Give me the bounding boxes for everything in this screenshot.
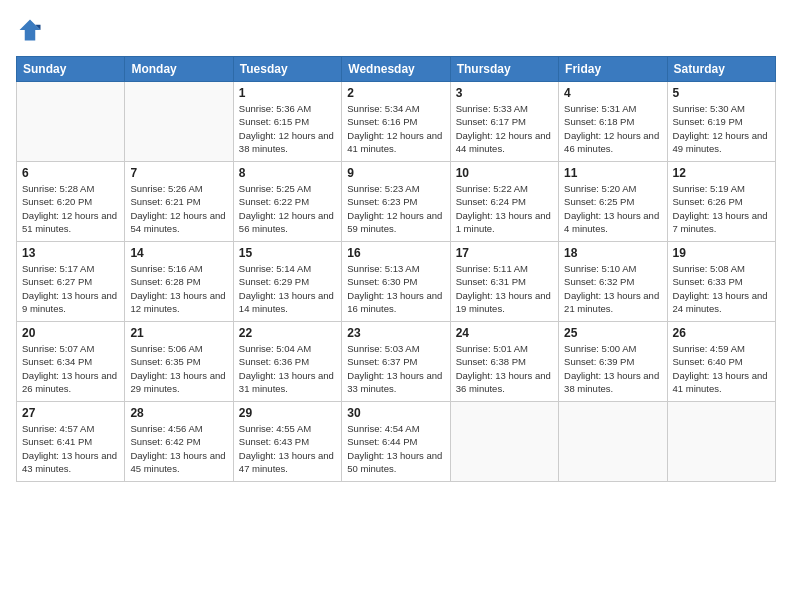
day-number: 25 xyxy=(564,326,661,340)
calendar-cell: 12Sunrise: 5:19 AM Sunset: 6:26 PM Dayli… xyxy=(667,162,775,242)
day-info: Sunrise: 5:30 AM Sunset: 6:19 PM Dayligh… xyxy=(673,102,770,155)
calendar-cell xyxy=(450,402,558,482)
calendar-cell: 30Sunrise: 4:54 AM Sunset: 6:44 PM Dayli… xyxy=(342,402,450,482)
page-header xyxy=(16,16,776,44)
day-info: Sunrise: 5:07 AM Sunset: 6:34 PM Dayligh… xyxy=(22,342,119,395)
day-number: 30 xyxy=(347,406,444,420)
day-info: Sunrise: 5:04 AM Sunset: 6:36 PM Dayligh… xyxy=(239,342,336,395)
day-info: Sunrise: 5:16 AM Sunset: 6:28 PM Dayligh… xyxy=(130,262,227,315)
day-info: Sunrise: 5:34 AM Sunset: 6:16 PM Dayligh… xyxy=(347,102,444,155)
day-number: 11 xyxy=(564,166,661,180)
weekday-header: Wednesday xyxy=(342,57,450,82)
day-number: 22 xyxy=(239,326,336,340)
day-number: 18 xyxy=(564,246,661,260)
logo-icon xyxy=(16,16,44,44)
weekday-header: Sunday xyxy=(17,57,125,82)
calendar-cell: 17Sunrise: 5:11 AM Sunset: 6:31 PM Dayli… xyxy=(450,242,558,322)
weekday-header: Saturday xyxy=(667,57,775,82)
calendar-cell xyxy=(17,82,125,162)
day-info: Sunrise: 5:19 AM Sunset: 6:26 PM Dayligh… xyxy=(673,182,770,235)
day-number: 29 xyxy=(239,406,336,420)
calendar-cell: 13Sunrise: 5:17 AM Sunset: 6:27 PM Dayli… xyxy=(17,242,125,322)
day-info: Sunrise: 4:54 AM Sunset: 6:44 PM Dayligh… xyxy=(347,422,444,475)
day-info: Sunrise: 5:17 AM Sunset: 6:27 PM Dayligh… xyxy=(22,262,119,315)
calendar-cell xyxy=(559,402,667,482)
day-number: 23 xyxy=(347,326,444,340)
day-info: Sunrise: 5:25 AM Sunset: 6:22 PM Dayligh… xyxy=(239,182,336,235)
calendar-cell xyxy=(667,402,775,482)
day-number: 1 xyxy=(239,86,336,100)
day-number: 7 xyxy=(130,166,227,180)
calendar-cell: 11Sunrise: 5:20 AM Sunset: 6:25 PM Dayli… xyxy=(559,162,667,242)
day-info: Sunrise: 5:10 AM Sunset: 6:32 PM Dayligh… xyxy=(564,262,661,315)
day-number: 26 xyxy=(673,326,770,340)
day-number: 17 xyxy=(456,246,553,260)
calendar-cell: 27Sunrise: 4:57 AM Sunset: 6:41 PM Dayli… xyxy=(17,402,125,482)
calendar-cell: 1Sunrise: 5:36 AM Sunset: 6:15 PM Daylig… xyxy=(233,82,341,162)
day-number: 6 xyxy=(22,166,119,180)
calendar-cell: 8Sunrise: 5:25 AM Sunset: 6:22 PM Daylig… xyxy=(233,162,341,242)
calendar-cell: 29Sunrise: 4:55 AM Sunset: 6:43 PM Dayli… xyxy=(233,402,341,482)
day-info: Sunrise: 5:14 AM Sunset: 6:29 PM Dayligh… xyxy=(239,262,336,315)
day-number: 13 xyxy=(22,246,119,260)
calendar-cell: 10Sunrise: 5:22 AM Sunset: 6:24 PM Dayli… xyxy=(450,162,558,242)
day-number: 4 xyxy=(564,86,661,100)
calendar-cell: 3Sunrise: 5:33 AM Sunset: 6:17 PM Daylig… xyxy=(450,82,558,162)
calendar-cell: 16Sunrise: 5:13 AM Sunset: 6:30 PM Dayli… xyxy=(342,242,450,322)
day-number: 21 xyxy=(130,326,227,340)
day-info: Sunrise: 5:08 AM Sunset: 6:33 PM Dayligh… xyxy=(673,262,770,315)
calendar-cell: 24Sunrise: 5:01 AM Sunset: 6:38 PM Dayli… xyxy=(450,322,558,402)
calendar-cell: 7Sunrise: 5:26 AM Sunset: 6:21 PM Daylig… xyxy=(125,162,233,242)
day-number: 8 xyxy=(239,166,336,180)
calendar-cell: 23Sunrise: 5:03 AM Sunset: 6:37 PM Dayli… xyxy=(342,322,450,402)
day-number: 16 xyxy=(347,246,444,260)
calendar-cell xyxy=(125,82,233,162)
calendar-cell: 9Sunrise: 5:23 AM Sunset: 6:23 PM Daylig… xyxy=(342,162,450,242)
weekday-header: Thursday xyxy=(450,57,558,82)
day-number: 2 xyxy=(347,86,444,100)
logo xyxy=(16,16,48,44)
calendar-week-row: 6Sunrise: 5:28 AM Sunset: 6:20 PM Daylig… xyxy=(17,162,776,242)
calendar-cell: 6Sunrise: 5:28 AM Sunset: 6:20 PM Daylig… xyxy=(17,162,125,242)
calendar-cell: 25Sunrise: 5:00 AM Sunset: 6:39 PM Dayli… xyxy=(559,322,667,402)
day-info: Sunrise: 5:11 AM Sunset: 6:31 PM Dayligh… xyxy=(456,262,553,315)
calendar-cell: 22Sunrise: 5:04 AM Sunset: 6:36 PM Dayli… xyxy=(233,322,341,402)
calendar-cell: 21Sunrise: 5:06 AM Sunset: 6:35 PM Dayli… xyxy=(125,322,233,402)
calendar-week-row: 27Sunrise: 4:57 AM Sunset: 6:41 PM Dayli… xyxy=(17,402,776,482)
day-info: Sunrise: 5:01 AM Sunset: 6:38 PM Dayligh… xyxy=(456,342,553,395)
day-info: Sunrise: 5:26 AM Sunset: 6:21 PM Dayligh… xyxy=(130,182,227,235)
day-info: Sunrise: 5:33 AM Sunset: 6:17 PM Dayligh… xyxy=(456,102,553,155)
day-number: 5 xyxy=(673,86,770,100)
day-info: Sunrise: 5:28 AM Sunset: 6:20 PM Dayligh… xyxy=(22,182,119,235)
day-number: 9 xyxy=(347,166,444,180)
day-number: 24 xyxy=(456,326,553,340)
calendar-cell: 28Sunrise: 4:56 AM Sunset: 6:42 PM Dayli… xyxy=(125,402,233,482)
calendar-week-row: 13Sunrise: 5:17 AM Sunset: 6:27 PM Dayli… xyxy=(17,242,776,322)
day-info: Sunrise: 4:55 AM Sunset: 6:43 PM Dayligh… xyxy=(239,422,336,475)
calendar-cell: 15Sunrise: 5:14 AM Sunset: 6:29 PM Dayli… xyxy=(233,242,341,322)
day-number: 27 xyxy=(22,406,119,420)
day-info: Sunrise: 5:20 AM Sunset: 6:25 PM Dayligh… xyxy=(564,182,661,235)
day-number: 28 xyxy=(130,406,227,420)
calendar-cell: 2Sunrise: 5:34 AM Sunset: 6:16 PM Daylig… xyxy=(342,82,450,162)
day-info: Sunrise: 4:56 AM Sunset: 6:42 PM Dayligh… xyxy=(130,422,227,475)
calendar-cell: 18Sunrise: 5:10 AM Sunset: 6:32 PM Dayli… xyxy=(559,242,667,322)
calendar-cell: 14Sunrise: 5:16 AM Sunset: 6:28 PM Dayli… xyxy=(125,242,233,322)
day-number: 14 xyxy=(130,246,227,260)
weekday-header: Tuesday xyxy=(233,57,341,82)
weekday-header-row: SundayMondayTuesdayWednesdayThursdayFrid… xyxy=(17,57,776,82)
day-info: Sunrise: 4:57 AM Sunset: 6:41 PM Dayligh… xyxy=(22,422,119,475)
day-info: Sunrise: 5:03 AM Sunset: 6:37 PM Dayligh… xyxy=(347,342,444,395)
calendar-cell: 5Sunrise: 5:30 AM Sunset: 6:19 PM Daylig… xyxy=(667,82,775,162)
calendar-table: SundayMondayTuesdayWednesdayThursdayFrid… xyxy=(16,56,776,482)
calendar-week-row: 20Sunrise: 5:07 AM Sunset: 6:34 PM Dayli… xyxy=(17,322,776,402)
calendar-cell: 20Sunrise: 5:07 AM Sunset: 6:34 PM Dayli… xyxy=(17,322,125,402)
day-info: Sunrise: 5:06 AM Sunset: 6:35 PM Dayligh… xyxy=(130,342,227,395)
day-info: Sunrise: 5:23 AM Sunset: 6:23 PM Dayligh… xyxy=(347,182,444,235)
calendar-week-row: 1Sunrise: 5:36 AM Sunset: 6:15 PM Daylig… xyxy=(17,82,776,162)
day-number: 12 xyxy=(673,166,770,180)
weekday-header: Friday xyxy=(559,57,667,82)
day-number: 3 xyxy=(456,86,553,100)
day-info: Sunrise: 4:59 AM Sunset: 6:40 PM Dayligh… xyxy=(673,342,770,395)
calendar-cell: 26Sunrise: 4:59 AM Sunset: 6:40 PM Dayli… xyxy=(667,322,775,402)
